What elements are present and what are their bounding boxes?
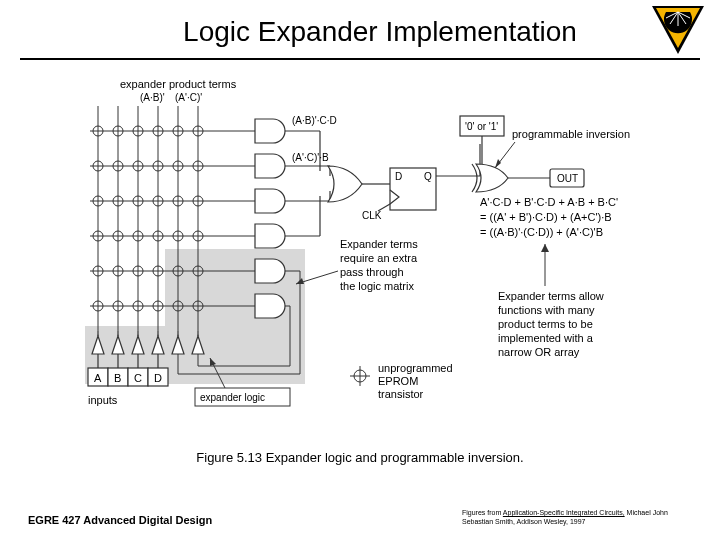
unprog3: transistor	[378, 388, 424, 400]
expnote4: the logic matrix	[340, 280, 414, 292]
allow4: implemented with a	[498, 332, 594, 344]
allow5: narrow OR array	[498, 346, 580, 358]
in-c: C	[134, 372, 142, 384]
in-b: B	[114, 372, 121, 384]
allow3: product terms to be	[498, 318, 593, 330]
unprog2: EPROM	[378, 375, 418, 387]
gate-top: (A·B)'·C·D	[292, 115, 337, 126]
figure-caption: Figure 5.13 Expander logic and programma…	[0, 450, 720, 465]
footer-left: EGRE 427 Advanced Digital Design	[28, 514, 212, 526]
eq2: = ((A' + B')·C·D) + (A+C')·B	[480, 211, 612, 223]
eq1: A'·C·D + B'·C·D + A·B + B·C'	[480, 196, 618, 208]
inputs-label: inputs	[88, 394, 118, 406]
logo-icon	[650, 2, 706, 58]
zero-one-label: '0' or '1'	[465, 121, 498, 132]
footer-right: Figures from Application-Specific Integr…	[462, 509, 692, 526]
in-d: D	[154, 372, 162, 384]
title-rule	[20, 58, 700, 60]
footer-book: Application-Specific Integrated Circuits…	[503, 509, 625, 516]
allow1: Expander terms allow	[498, 290, 604, 302]
term-ac: (A'·C)'	[175, 92, 202, 103]
diagram: D Q CLK '0' or '1' OUT programmab	[60, 76, 660, 436]
expprod: expander product terms	[120, 78, 237, 90]
term-ab: (A·B)'	[140, 92, 165, 103]
page-title: Logic Expander Implementation	[0, 16, 720, 48]
q-label: Q	[424, 171, 432, 182]
svg-marker-70	[495, 159, 501, 168]
gate-mid: (A'·C)'·B	[292, 152, 329, 163]
clk-label: CLK	[362, 210, 382, 221]
unprog1: unprogrammed	[378, 362, 453, 374]
explogic: expander logic	[200, 392, 265, 403]
expnote2: require an extra	[340, 252, 418, 264]
prog-inv-label: programmable inversion	[512, 128, 630, 140]
svg-marker-72	[541, 244, 549, 252]
in-a: A	[94, 372, 102, 384]
expnote3: pass through	[340, 266, 404, 278]
allow2: functions with many	[498, 304, 595, 316]
d-label: D	[395, 171, 402, 182]
expnote1: Expander terms	[340, 238, 418, 250]
slide: Logic Expander Implementation	[0, 0, 720, 540]
eq3: = ((A·B)'·(C·D)) + (A'·C)'B	[480, 226, 603, 238]
out-label: OUT	[557, 173, 578, 184]
footer-prefix: Figures from	[462, 509, 503, 516]
